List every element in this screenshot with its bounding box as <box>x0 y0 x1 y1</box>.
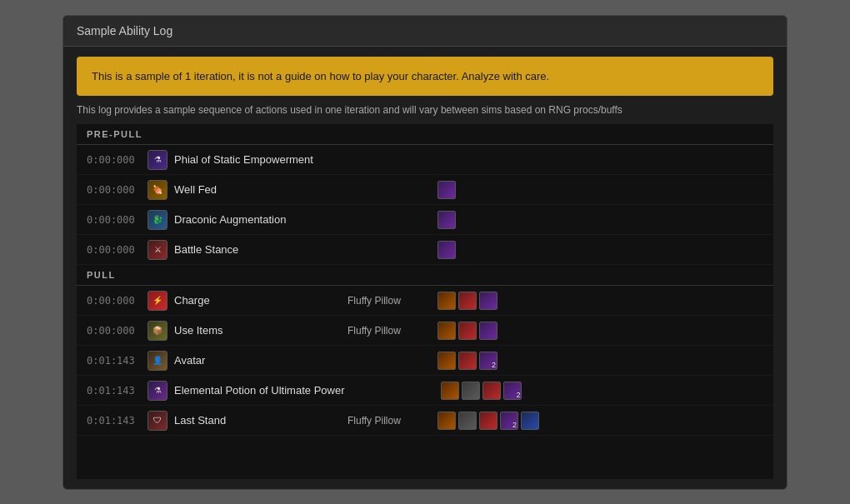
table-row: 0:00:000🍖Well Fed <box>77 175 773 205</box>
panel-title: Sample Ability Log <box>63 16 787 47</box>
buff-icon <box>479 412 498 430</box>
buff-icon <box>458 352 477 370</box>
buff-list <box>438 181 456 199</box>
table-row: 0:01:143👤Avatar2 <box>77 346 773 376</box>
timestamp: 0:00:000 <box>87 154 141 166</box>
buff-icon: 2 <box>500 412 518 430</box>
buff-icon <box>438 292 456 310</box>
info-text: This log provides a sample sequence of a… <box>77 104 773 116</box>
ability-icon: ⚡ <box>148 291 168 311</box>
ability-icon: 👤 <box>148 351 168 371</box>
ability-name: Elemental Potion of Ultimate Power <box>174 384 344 397</box>
buff-count: 2 <box>516 391 520 399</box>
warning-banner: This is a sample of 1 iteration, it is n… <box>77 57 773 97</box>
buff-icon <box>438 241 456 259</box>
target-name: Fluffy Pillow <box>348 415 431 427</box>
buff-list <box>438 241 456 259</box>
ability-icon: 🛡 <box>148 411 168 431</box>
section-header-pull: PULL <box>77 265 773 286</box>
table-row: 0:00:000📦Use ItemsFluffy Pillow <box>77 316 773 346</box>
buff-icon <box>438 181 456 199</box>
ability-name: Last Stand <box>174 414 341 427</box>
buff-icon: 2 <box>479 352 498 370</box>
ability-name: Use Items <box>174 324 341 337</box>
timestamp: 0:00:000 <box>87 295 141 307</box>
buff-icon <box>462 382 480 400</box>
ability-icon: 📦 <box>148 321 168 341</box>
ability-name: Charge <box>174 294 341 307</box>
timestamp: 0:00:000 <box>87 325 141 337</box>
buff-count: 2 <box>512 421 517 429</box>
buff-list <box>438 322 498 340</box>
buff-list: 2 <box>438 352 498 370</box>
ability-name: Avatar <box>174 354 341 367</box>
buff-icon <box>438 352 456 370</box>
buff-icon: 2 <box>503 382 522 400</box>
buff-icon <box>438 322 456 340</box>
timestamp: 0:00:000 <box>87 244 141 256</box>
table-row: 0:01:143⚗Elemental Potion of Ultimate Po… <box>77 376 773 406</box>
buff-list <box>438 211 456 229</box>
timestamp: 0:00:000 <box>87 214 141 226</box>
buff-list: 2 <box>438 412 539 430</box>
section-header-pre-pull: PRE-PULL <box>77 124 773 145</box>
ability-icon: ⚔ <box>148 240 168 260</box>
timestamp: 0:00:000 <box>87 184 141 196</box>
buff-list: 2 <box>441 382 522 400</box>
sample-ability-log-panel: Sample Ability Log This is a sample of 1… <box>62 15 788 490</box>
table-row: 0:01:143🛡Last StandFluffy Pillow2 <box>77 406 773 436</box>
target-name: Fluffy Pillow <box>348 325 431 337</box>
buff-icon <box>438 412 456 430</box>
table-row: 0:00:000⚗Phial of Static Empowerment <box>77 145 773 175</box>
buff-icon <box>441 382 459 400</box>
table-row: 0:00:000⚔Battle Stance <box>77 235 773 265</box>
buff-icon <box>479 322 498 340</box>
buff-icon <box>479 292 498 310</box>
log-container[interactable]: PRE-PULL0:00:000⚗Phial of Static Empower… <box>77 124 773 479</box>
timestamp: 0:01:143 <box>87 415 141 427</box>
buff-icon <box>482 382 501 400</box>
ability-icon: 🐉 <box>148 210 168 230</box>
table-row: 0:00:000🐉Draconic Augmentation <box>77 205 773 235</box>
ability-name: Battle Stance <box>174 243 341 256</box>
ability-name: Phial of Static Empowerment <box>174 153 341 166</box>
timestamp: 0:01:143 <box>87 355 141 367</box>
buff-icon <box>458 292 477 310</box>
buff-icon <box>521 412 539 430</box>
buff-icon <box>438 211 456 229</box>
buff-list <box>438 292 498 310</box>
ability-icon: 🍖 <box>148 180 168 200</box>
timestamp: 0:01:143 <box>87 385 141 397</box>
ability-name: Well Fed <box>174 183 341 196</box>
ability-icon: ⚗ <box>148 150 168 170</box>
ability-icon: ⚗ <box>148 381 168 401</box>
buff-icon <box>458 322 477 340</box>
ability-name: Draconic Augmentation <box>174 213 341 226</box>
buff-icon <box>458 412 477 430</box>
buff-count: 2 <box>492 361 496 369</box>
target-name: Fluffy Pillow <box>348 295 431 307</box>
panel-body: This is a sample of 1 iteration, it is n… <box>63 47 787 489</box>
table-row: 0:00:000⚡ChargeFluffy Pillow <box>77 286 773 316</box>
